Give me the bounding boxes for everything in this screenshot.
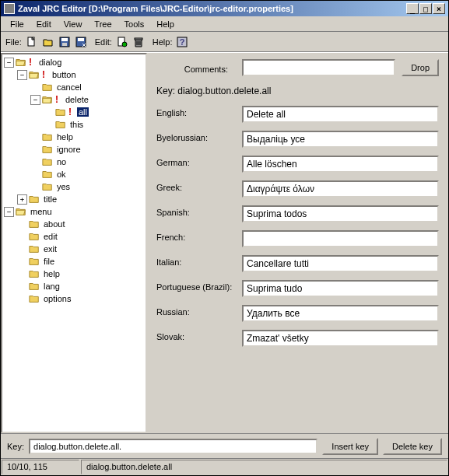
toolbar-help-label: Help: [151, 37, 174, 47]
portuguese-label: Portuguese (Brazil): [156, 280, 242, 292]
tree-node-cancel[interactable]: cancel [55, 82, 83, 92]
tree-expander[interactable]: − [4, 207, 14, 217]
folder-open-icon [42, 94, 53, 105]
comments-label: Comments: [156, 62, 242, 74]
maximize-button[interactable]: □ [419, 3, 432, 14]
svg-text:?: ? [180, 37, 185, 47]
folder-icon [29, 268, 40, 279]
toolbar-edit-label: Edit: [93, 37, 114, 47]
folder-icon [42, 82, 53, 93]
greek-input[interactable] [242, 180, 439, 198]
tree-node-delete[interactable]: delete [64, 95, 90, 104]
tree-node-exit[interactable]: exit [42, 244, 58, 254]
russian-input[interactable] [242, 305, 439, 322]
german-input[interactable] [242, 156, 439, 173]
tree-node-title[interactable]: title [42, 194, 58, 204]
insert-key-button[interactable]: Insert key [322, 438, 378, 455]
key-display: Key: dialog.button.delete.all [156, 86, 439, 96]
russian-label: Russian: [156, 305, 242, 317]
tree-expander[interactable]: − [4, 58, 14, 68]
save-file-icon[interactable] [57, 34, 72, 50]
new-file-icon[interactable] [24, 34, 40, 50]
menu-file[interactable]: File [4, 18, 30, 30]
menu-tools[interactable]: Tools [118, 18, 151, 30]
menu-tree[interactable]: Tree [88, 18, 118, 30]
new-key-icon[interactable] [114, 34, 130, 50]
delete-key-button[interactable]: Delete key [383, 438, 442, 455]
french-label: French: [156, 230, 242, 242]
tree-expander[interactable]: − [17, 70, 27, 80]
folder-icon [55, 119, 66, 130]
french-input[interactable] [242, 230, 439, 247]
tree-node-menu[interactable]: menu [29, 207, 54, 216]
status-path: dialog.button.delete.all [81, 460, 447, 474]
spanish-label: Spanish: [156, 205, 242, 217]
menu-edit[interactable]: Edit [30, 18, 58, 30]
folder-open-icon [16, 57, 26, 68]
tree-node-edit[interactable]: edit [42, 232, 59, 241]
tree-expander[interactable]: − [30, 95, 40, 105]
italian-input[interactable] [242, 255, 439, 272]
folder-icon [29, 293, 40, 304]
minimize-button[interactable]: _ [406, 3, 419, 14]
tree-node-options[interactable]: options [42, 294, 72, 303]
save-as-icon[interactable] [73, 34, 89, 50]
tree-node-lang[interactable]: lang [42, 282, 61, 291]
tree-node-this[interactable]: this [68, 120, 85, 129]
status-bar: 10/10, 115 dialog.button.delete.all [1, 458, 448, 475]
toolbar-file-label: File: [4, 37, 23, 47]
folder-open-icon [29, 69, 40, 80]
tree-node-button[interactable]: button [51, 70, 78, 79]
delete-key-icon[interactable] [131, 34, 146, 50]
folder-icon [55, 107, 66, 117]
folder-icon [42, 169, 53, 180]
folder-icon [29, 281, 40, 292]
svg-rect-5 [78, 38, 84, 41]
tree-node-yes[interactable]: yes [55, 182, 72, 191]
folder-open-icon [16, 206, 26, 217]
folder-icon [42, 181, 53, 192]
folder-icon [42, 144, 53, 155]
svg-rect-3 [62, 43, 67, 46]
greek-label: Greek: [156, 180, 242, 192]
portuguese-input[interactable] [242, 280, 439, 297]
app-icon [4, 3, 15, 14]
window-titlebar: Zaval JRC Editor [D:\Program Files\JRC-E… [1, 1, 448, 16]
help-icon[interactable]: ? [174, 34, 190, 50]
byelorussian-input[interactable] [242, 131, 439, 148]
folder-icon [29, 194, 40, 205]
open-file-icon[interactable] [40, 34, 56, 50]
form-panel: Comments: Drop Key: dialog.button.delete… [147, 53, 448, 433]
drop-button[interactable]: Drop [402, 59, 439, 76]
close-button[interactable]: × [433, 3, 445, 14]
italian-label: Italian: [156, 255, 242, 267]
comments-input[interactable] [242, 59, 395, 76]
tree-node-no[interactable]: no [55, 157, 68, 166]
folder-icon [29, 231, 40, 242]
tree-node-about[interactable]: about [42, 219, 67, 229]
folder-icon [42, 156, 53, 167]
spanish-input[interactable] [242, 205, 439, 222]
window-title: Zaval JRC Editor [D:\Program Files\JRC-E… [18, 4, 406, 13]
key-input[interactable] [29, 439, 317, 454]
english-input[interactable] [242, 106, 439, 123]
byelorussian-label: Byelorussian: [156, 131, 242, 142]
tree-node-ignore[interactable]: ignore [55, 145, 82, 154]
english-label: English: [156, 106, 242, 117]
tree-node-file[interactable]: file [42, 257, 56, 266]
menu-help[interactable]: Help [150, 18, 181, 30]
tree-node-all[interactable]: all [77, 107, 89, 117]
svg-rect-2 [61, 38, 68, 41]
tree-node-dialog[interactable]: dialog [37, 58, 63, 67]
tree-node-ok[interactable]: ok [55, 170, 68, 179]
german-label: German: [156, 156, 242, 167]
menu-view[interactable]: View [58, 18, 89, 30]
folder-icon [29, 219, 40, 229]
folder-icon [29, 256, 40, 267]
tree-node-help[interactable]: help [42, 269, 61, 278]
svg-point-7 [122, 42, 127, 47]
tree-expander[interactable]: + [17, 194, 27, 205]
tree-panel[interactable]: −!dialog −!button cancel −!delete !all [1, 53, 147, 433]
tree-node-help[interactable]: help [55, 132, 75, 142]
slovak-input[interactable] [242, 330, 439, 347]
